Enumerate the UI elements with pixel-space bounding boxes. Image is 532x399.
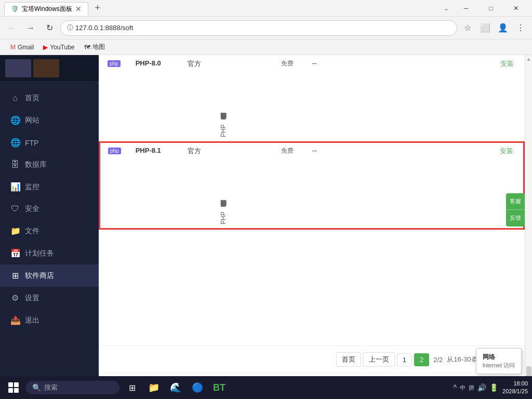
system-clock[interactable]: 18:00 2028/1/25 [502, 380, 528, 396]
feedback-button[interactable]: 反馈 [506, 209, 525, 226]
file-explorer-icon: 📁 [148, 382, 159, 393]
customer-service-button[interactable]: 客服 [506, 193, 525, 209]
content-scroll[interactable]: php PHP-8.0 官方 PHP是世界上最好的编程语言 免费 [99, 55, 525, 345]
software-version-2: -- [312, 147, 317, 154]
taskbar-edge[interactable]: 🌊 [166, 378, 185, 397]
row-tag-cell-2: php [99, 142, 129, 229]
tab-close-button[interactable]: ✕ [75, 5, 82, 13]
chrome-icon: 🔵 [192, 382, 203, 393]
sidebar-item-store[interactable]: ⊞ 软件商店 [0, 264, 99, 287]
minimize-button[interactable]: ─ [454, 0, 478, 17]
page-prev-button[interactable]: 上一页 [363, 352, 395, 367]
shield-icon: 🛡 [10, 204, 20, 214]
home-icon: ⌂ [10, 94, 20, 103]
tab-title: 宝塔Windows面板 [22, 5, 72, 14]
taskbar-search[interactable]: 🔍 搜索 [26, 381, 119, 394]
software-source-2: 官方 [188, 147, 201, 155]
sidebar-item-files[interactable]: 📁 文件 [0, 220, 99, 242]
new-tab-button[interactable]: + [90, 1, 105, 16]
row-version-cell: -- [306, 55, 337, 142]
table-row: php PHP-8.0 官方 PHP是世界上最好的编程语言 免费 [99, 55, 524, 142]
network-icon[interactable]: 🔊 [477, 383, 486, 392]
page-2-button[interactable]: 2 [414, 353, 429, 366]
reload-button[interactable]: ↻ [42, 20, 57, 36]
scroll-up-arrow[interactable]: ▲ [526, 56, 531, 62]
sidebar-label-ftp: FTP [25, 139, 38, 147]
taskbar-file-explorer[interactable]: 📁 [144, 378, 163, 397]
close-button[interactable]: ✕ [504, 0, 528, 17]
browser-content: ⌂ 首页 🌐 网站 🌐 FTP 🗄 数据库 📊 监控 🛡 安全 [0, 55, 532, 399]
software-version: -- [312, 59, 317, 67]
row-tag-cell: php [99, 55, 129, 142]
start-button[interactable] [4, 378, 23, 397]
page-first-button[interactable]: 首页 [336, 352, 361, 367]
tooltip-title: 网络 [483, 353, 515, 362]
reading-mode-icon[interactable]: ⬜ [478, 21, 493, 35]
win-sq-2 [14, 382, 19, 387]
secure-icon: ⓘ [67, 23, 73, 32]
bookmark-youtube[interactable]: ▶ YouTube [39, 42, 78, 52]
install-button[interactable]: 安装 [500, 60, 514, 68]
edge-icon: 🌊 [170, 382, 181, 393]
sidebar-item-settings[interactable]: ⚙ 设置 [0, 287, 99, 309]
back-button[interactable]: ← [4, 20, 20, 36]
row-name-cell-2: PHP-8.1 [129, 142, 181, 229]
url-bar[interactable]: ⓘ 127.0.0.1:8888/soft [60, 20, 457, 36]
software-name: PHP-8.0 [136, 59, 161, 67]
taskbar-bt[interactable]: BT [210, 378, 229, 397]
ime-ch[interactable]: 中 [460, 384, 466, 392]
maximize-button[interactable]: □ [479, 0, 503, 17]
sidebar-label-website: 网站 [25, 116, 39, 125]
sidebar-label-monitor: 监控 [25, 182, 39, 192]
right-scrollbar[interactable]: ▲ ▼ [525, 55, 532, 399]
bookmarks-bar: M Gmail ▶ YouTube 🗺 地图 [0, 39, 532, 55]
sidebar-item-database[interactable]: 🗄 数据库 [0, 154, 99, 176]
bookmark-gmail[interactable]: M Gmail [6, 42, 38, 52]
software-table: php PHP-8.0 官方 PHP是世界上最好的编程语言 免费 [99, 55, 525, 230]
thumb-2 [33, 59, 59, 77]
row-price-cell-2: 免费 [275, 142, 306, 229]
sidebar-label-files: 文件 [25, 227, 39, 236]
bookmark-maps[interactable]: 🗺 地图 [80, 41, 109, 53]
install-button-2[interactable]: 安装 [500, 147, 513, 155]
sidebar-item-monitor[interactable]: 📊 监控 [0, 176, 99, 198]
sidebar: ⌂ 首页 🌐 网站 🌐 FTP 🗄 数据库 📊 监控 🛡 安全 [0, 55, 99, 399]
sidebar-item-home[interactable]: ⌂ 首页 [0, 87, 99, 109]
tray-expand-icon[interactable]: ^ [453, 383, 457, 392]
row-source-cell: 官方 [181, 55, 212, 142]
clock-time: 18:00 [502, 380, 528, 388]
gmail-icon: M [10, 44, 16, 51]
ftp-icon: 🌐 [10, 138, 20, 148]
bookmark-youtube-label: YouTube [50, 44, 74, 51]
maps-icon: 🗺 [84, 44, 90, 51]
sidebar-item-logout[interactable]: 📤 退出 [0, 309, 99, 331]
browser-tab[interactable]: 🛡️ 宝塔Windows面板 ✕ [4, 2, 88, 16]
software-price-2: 免费 [281, 147, 294, 154]
network-tooltip: 网络 Internet 访问 [476, 348, 522, 374]
sidebar-item-ftp[interactable]: 🌐 FTP [0, 131, 99, 154]
taskbar: 🔍 搜索 ⊞ 📁 🌊 🔵 BT ^ 中 拼 🔊 🔋 18:00 2028/1/2… [0, 376, 532, 399]
view-icon: ⊞ [129, 383, 136, 393]
ime-pinyin[interactable]: 拼 [469, 384, 474, 392]
taskbar-view-button[interactable]: ⊞ [123, 378, 141, 397]
row-version-cell-2: -- [306, 142, 337, 229]
sidebar-thumbnails [0, 55, 99, 82]
page-1-button[interactable]: 1 [397, 353, 412, 366]
system-tray: ^ 中 拼 🔊 🔋 [453, 383, 498, 392]
profile-icon[interactable]: 👤 [496, 21, 510, 35]
taskbar-chrome[interactable]: 🔵 [188, 378, 207, 397]
battery-icon[interactable]: 🔋 [489, 383, 498, 392]
sidebar-label-logout: 退出 [25, 316, 39, 325]
forward-button[interactable]: → [23, 20, 38, 36]
sidebar-label-home: 首页 [25, 94, 39, 103]
youtube-icon: ▶ [43, 44, 48, 51]
files-icon: 📁 [10, 226, 20, 236]
sidebar-item-tasks[interactable]: 📅 计划任务 [0, 242, 99, 264]
bookmark-star-icon[interactable]: ☆ [460, 21, 475, 35]
minimize-expand-icon[interactable]: ⌄ [440, 3, 453, 14]
menu-icon[interactable]: ⋮ [513, 21, 528, 35]
sidebar-item-security[interactable]: 🛡 安全 [0, 198, 99, 220]
sidebar-item-website[interactable]: 🌐 网站 [0, 109, 99, 131]
software-desc: PHP是世界上最好的编程语言 [219, 59, 229, 137]
tasks-icon: 📅 [10, 248, 20, 258]
